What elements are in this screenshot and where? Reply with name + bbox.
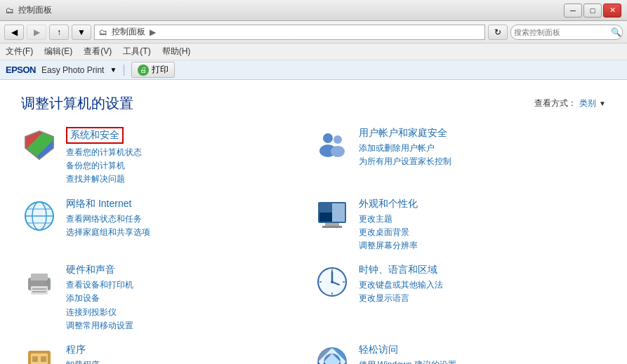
svg-point-30 xyxy=(331,281,334,283)
forward-button[interactable]: ▶ xyxy=(27,25,46,40)
hardware-link-1[interactable]: 查看设备和打印机 xyxy=(66,278,314,292)
user-accounts-title[interactable]: 用户帐户和家庭安全 xyxy=(359,127,447,140)
section-user-accounts: 用户帐户和家庭安全 添加或删除用户帐户 为所有用户设置家长控制 xyxy=(314,127,607,187)
hardware-link-2[interactable]: 添加设备 xyxy=(66,292,314,305)
svg-rect-16 xyxy=(319,213,332,222)
svg-rect-15 xyxy=(319,203,332,213)
print-icon: 🖨 xyxy=(138,65,149,76)
refresh-icon: ↻ xyxy=(494,27,501,37)
window-title: 控制面板 xyxy=(18,4,52,16)
appearance-link-2[interactable]: 更改桌面背景 xyxy=(359,226,607,239)
user-accounts-link-1[interactable]: 添加或删除用户帐户 xyxy=(359,142,607,155)
clock-icon xyxy=(314,264,350,300)
hardware-text: 硬件和声音 查看设备和打印机 添加设备 连接到投影仪 调整常用移动设置 xyxy=(66,264,314,332)
system-security-link-1[interactable]: 查看您的计算机状态 xyxy=(66,146,314,159)
svg-rect-18 xyxy=(325,223,339,226)
epson-brand: EPSON xyxy=(6,65,36,75)
toolbar-divider xyxy=(124,65,124,76)
system-security-icon xyxy=(21,127,58,163)
menu-bar: 文件(F) 编辑(E) 查看(V) 工具(T) 帮助(H) xyxy=(0,43,627,60)
hardware-icon xyxy=(21,264,58,300)
toolbar-dropdown-icon[interactable]: ▼ xyxy=(110,66,117,74)
close-button[interactable]: ✕ xyxy=(603,4,621,18)
menu-edit[interactable]: 编辑(E) xyxy=(44,46,72,58)
clock-language-link-2[interactable]: 更改显示语言 xyxy=(359,292,607,305)
breadcrumb-arrow: ▶ xyxy=(150,27,156,37)
clock-language-title[interactable]: 时钟、语言和区域 xyxy=(359,264,437,276)
svg-rect-24 xyxy=(32,291,46,292)
breadcrumb-text: 控制面板 xyxy=(112,26,145,38)
system-security-title[interactable]: 系统和安全 xyxy=(66,127,124,144)
network-text: 网络和 Internet 查看网络状态和任务 选择家庭组和共享选项 xyxy=(66,198,314,239)
address-field[interactable]: 🗂 控制面板 ▶ xyxy=(94,25,485,40)
network-link-1[interactable]: 查看网络状态和任务 xyxy=(66,213,314,226)
user-accounts-link-2[interactable]: 为所有用户设置家长控制 xyxy=(359,155,607,168)
minimize-button[interactable]: ─ xyxy=(564,4,582,18)
accessibility-link-1[interactable]: 使用 Windows 建议的设置 xyxy=(359,358,607,364)
print-button[interactable]: 🖨 打印 xyxy=(131,62,175,78)
svg-point-3 xyxy=(323,133,333,143)
breadcrumb: 🗂 控制面板 ▶ xyxy=(99,26,156,38)
network-link-2[interactable]: 选择家庭组和共享选项 xyxy=(66,226,314,239)
svg-rect-19 xyxy=(322,226,342,228)
hardware-title[interactable]: 硬件和声音 xyxy=(66,264,115,276)
forward-icon: ▶ xyxy=(34,27,40,37)
breadcrumb-icon: 🗂 xyxy=(99,27,107,37)
view-mode-arrow[interactable]: ▼ xyxy=(599,100,606,107)
system-security-link-2[interactable]: 备份您的计算机 xyxy=(66,159,314,173)
svg-rect-38 xyxy=(41,356,46,362)
programs-icon xyxy=(21,344,58,364)
menu-help[interactable]: 帮助(H) xyxy=(162,46,191,58)
clock-language-text: 时钟、语言和区域 更改键盘或其他输入法 更改显示语言 xyxy=(359,264,607,305)
appearance-icon xyxy=(314,198,350,234)
network-icon xyxy=(21,198,58,234)
refresh-button[interactable]: ↻ xyxy=(488,25,508,40)
up-button[interactable]: ↑ xyxy=(49,25,69,40)
hardware-link-3[interactable]: 连接到投影仪 xyxy=(66,306,314,319)
up-icon: ↑ xyxy=(57,27,61,37)
network-title[interactable]: 网络和 Internet xyxy=(66,198,131,210)
appearance-text: 外观和个性化 更改主题 更改桌面背景 调整屏幕分辨率 xyxy=(359,198,607,253)
page-header: 调整计算机的设置 查看方式： 类别 ▼ xyxy=(21,94,606,113)
back-button[interactable]: ◀ xyxy=(4,25,24,40)
system-security-link-3[interactable]: 查找并解决问题 xyxy=(66,173,314,186)
control-grid: 系统和安全 查看您的计算机状态 备份您的计算机 查找并解决问题 用户帐户和家庭安… xyxy=(21,127,606,364)
appearance-title[interactable]: 外观和个性化 xyxy=(359,198,418,210)
programs-title[interactable]: 程序 xyxy=(66,344,86,356)
section-accessibility: 轻松访问 使用 Windows 建议的设置 优化视频显示 xyxy=(314,344,607,364)
system-security-text: 系统和安全 查看您的计算机状态 备份您的计算机 查找并解决问题 xyxy=(66,127,314,187)
accessibility-title[interactable]: 轻松访问 xyxy=(359,344,398,356)
svg-point-5 xyxy=(334,135,342,144)
toolbar: EPSON Easy Photo Print ▼ 🖨 打印 xyxy=(0,60,627,80)
address-bar: ◀ ▶ ↑ ▼ 🗂 控制面板 ▶ ↻ 🔍 xyxy=(0,21,627,43)
svg-rect-21 xyxy=(31,274,48,281)
search-input[interactable] xyxy=(514,28,611,36)
search-box[interactable]: 🔍 xyxy=(510,25,623,40)
svg-rect-17 xyxy=(332,203,345,222)
accessibility-text: 轻松访问 使用 Windows 建议的设置 优化视频显示 xyxy=(359,344,607,364)
view-mode-value[interactable]: 类别 xyxy=(579,97,596,109)
hardware-link-4[interactable]: 调整常用移动设置 xyxy=(66,319,314,332)
user-accounts-text: 用户帐户和家庭安全 添加或删除用户帐户 为所有用户设置家长控制 xyxy=(359,127,607,168)
section-network-internet: 网络和 Internet 查看网络状态和任务 选择家庭组和共享选项 xyxy=(21,198,314,253)
main-content: 调整计算机的设置 查看方式： 类别 ▼ xyxy=(0,80,627,364)
clock-language-link-1[interactable]: 更改键盘或其他输入法 xyxy=(359,278,607,292)
programs-link-1[interactable]: 卸载程序 xyxy=(66,358,314,364)
product-name: Easy Photo Print xyxy=(41,65,104,75)
menu-view[interactable]: 查看(V) xyxy=(84,46,112,58)
svg-point-6 xyxy=(331,146,345,157)
appearance-link-3[interactable]: 调整屏幕分辨率 xyxy=(359,239,607,252)
back-icon: ◀ xyxy=(11,27,18,37)
page-title: 调整计算机的设置 xyxy=(21,94,133,113)
programs-text: 程序 卸载程序 xyxy=(66,344,314,364)
search-icon: 🔍 xyxy=(611,27,621,37)
user-accounts-icon xyxy=(314,127,350,163)
dropdown-button[interactable]: ▼ xyxy=(72,25,91,40)
appearance-link-1[interactable]: 更改主题 xyxy=(359,213,607,226)
menu-file[interactable]: 文件(F) xyxy=(6,46,33,58)
maximize-button[interactable]: □ xyxy=(583,4,602,18)
title-bar-left: 🗂 控制面板 xyxy=(6,4,52,16)
svg-point-25 xyxy=(46,281,49,283)
menu-tools[interactable]: 工具(T) xyxy=(123,46,150,58)
section-hardware-sound: 硬件和声音 查看设备和打印机 添加设备 连接到投影仪 调整常用移动设置 xyxy=(21,264,314,332)
